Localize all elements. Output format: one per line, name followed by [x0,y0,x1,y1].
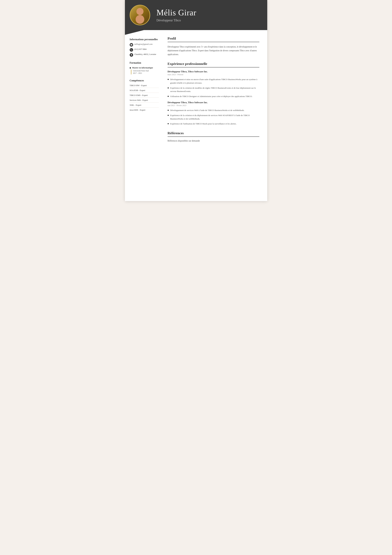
email-value[interactable]: mélisgirar@gmail.com [134,43,153,45]
job-bullets: Développement de services Web à l'aide d… [168,109,259,125]
bullet-decoration [130,67,131,69]
skills-list: TIBCO BW - ExpertSOA/ESB - ExpertTIBCO E… [130,84,159,112]
job-entry: Développeur Tibco, Tibco Software Inc.ma… [168,70,259,98]
bullet-text: Développement de services Web à l'aide d… [170,109,244,112]
skills-section: Compétences TIBCO BW - ExpertSOA/ESB - E… [130,79,159,112]
bullet-dot [168,87,169,88]
profile-section-title: Profil [168,37,259,41]
job-period: mars 2023 - Présent [168,73,259,76]
experience-section-title: Expérience professionnelle [168,62,259,66]
personal-info-title: Informations personnelles [130,38,159,41]
skills-title: Compétences [130,79,159,82]
phone-item: (612) 837 9984 [130,48,159,51]
job-bullet: Développement et mise en œuvre d'une sui… [168,78,259,85]
experience-section: Expérience professionnelle Développeur T… [168,62,259,125]
job-title: Développeur Tibco, Tibco Software Inc. [168,101,259,104]
avatar [130,5,150,25]
bullet-text: Expérience de la création de modèles de … [170,86,259,93]
bullet-text: Expérience de la création et du déploiem… [170,114,259,120]
sidebar: Informations personnelles mélisgirar@gma… [125,35,163,154]
bullet-dot [168,79,169,80]
bullet-dot [168,115,169,116]
address-item: Chambéry, 48032, Lorraine [130,53,159,57]
phone-icon [130,48,133,51]
formation-item: Master en informatique Université Paris-… [130,66,159,74]
bullet-dot [168,123,169,124]
formation-years: 2017 - 2021 [133,72,159,74]
experience-divider [168,67,259,67]
formation-section: Formation Master en informatique Univers… [130,61,159,74]
job-bullet: Utilisation de TIBCO Designer et Adminis… [168,95,259,98]
jobs-list: Développeur Tibco, Tibco Software Inc.ma… [168,70,259,125]
job-title: Développeur Tibco, Tibco Software Inc. [168,70,259,73]
job-entry: Développeur Tibco, Tibco Software Inc.ma… [168,101,259,125]
resume-page: Mélis Girar Développeur Tibco Informatio… [125,0,267,201]
job-bullet: Expérience de la création et du déploiem… [168,114,259,120]
bullet-text: Développement et mise en œuvre d'une sui… [170,78,259,85]
school-name: Université Paris-Sud [133,70,159,72]
phone-value: (612) 837 9984 [134,48,147,51]
profile-text: Développeur Tibco expérimenté avec 5+ an… [168,45,259,56]
references-divider [168,137,259,137]
formation-title: Formation [130,61,159,64]
candidate-title: Développeur Tibco [157,19,196,22]
job-bullet: Développement de services Web à l'aide d… [168,109,259,112]
bullet-text: Utilisation de TIBCO Designer et Adminis… [170,95,253,98]
bullet-dot [168,110,169,111]
skill-item: XML - Expert [130,104,159,108]
job-bullets: Développement et mise en œuvre d'une sui… [168,78,259,98]
header-chevron-decoration [125,30,163,35]
references-section: Références Références disponibles sur de… [168,131,259,142]
header: Mélis Girar Développeur Tibco [125,0,267,30]
job-bullet: Expérience de la création de modèles de … [168,86,259,93]
bullet-text: Expérience de l'utilisation de TIBCO Haw… [170,122,236,125]
address-value: Chambéry, 48032, Lorraine [134,53,156,56]
skill-item: Services Web - Expert [130,99,159,102]
job-period: mai 2021 - février 2023 [168,104,259,107]
email-item: mélisgirar@gmail.com [130,43,159,47]
skill-item: TIBCO BW - Expert [130,84,159,88]
profile-section: Profil Développeur Tibco expérimenté ave… [168,37,259,56]
location-icon [130,53,133,57]
formation-details: Université Paris-Sud 2017 - 2021 [131,70,159,74]
references-text: Références disponibles sur demande [168,140,259,142]
body: Informations personnelles mélisgirar@gma… [125,35,267,154]
degree-label: Master en informatique [130,66,159,69]
email-icon [130,43,133,47]
personal-info-section: Informations personnelles mélisgirar@gma… [130,38,159,57]
main-content: Profil Développeur Tibco expérimenté ave… [163,35,267,154]
skill-item: Java/J2EE - Expert [130,109,159,112]
skill-item: SOA/ESB - Expert [130,89,159,93]
avatar-image [130,5,150,25]
references-section-title: Références [168,131,259,135]
bullet-dot [168,96,169,97]
job-bullet: Expérience de l'utilisation de TIBCO Haw… [168,122,259,125]
skill-item: TIBCO EMS - Expert [130,94,159,98]
candidate-name: Mélis Girar [157,8,196,17]
profile-divider [168,42,259,42]
header-text: Mélis Girar Développeur Tibco [157,8,196,22]
